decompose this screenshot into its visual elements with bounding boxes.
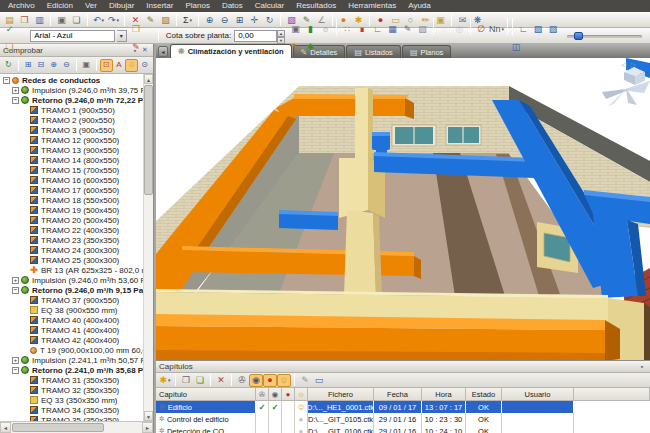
collapse-icon[interactable]: − xyxy=(12,367,19,374)
erase-icon[interactable]: ▨ xyxy=(158,13,173,27)
tab-planos[interactable]: ▤Planos xyxy=(402,45,452,58)
dropdown-arrow-icon[interactable]: ▾ xyxy=(168,377,171,383)
face-cell[interactable]: ● xyxy=(295,413,308,425)
estado-cell[interactable]: OK xyxy=(466,425,502,433)
tree-item[interactable]: TRAMO 42 (400x400) xyxy=(0,335,143,345)
tree-item[interactable]: ✚BR 13 (AR 625x325 - 802,0 m³/h xyxy=(0,265,143,275)
chapter-row[interactable]: ▦Edificio✓✓☺D:\..._HE1_0001.ctk09 / 01 /… xyxy=(156,401,650,413)
snap-grid-icon[interactable]: ∷ xyxy=(340,22,355,36)
tree-item[interactable]: TRAMO 25 (300x300) xyxy=(0,255,143,265)
search-icon[interactable]: ⊙ xyxy=(138,59,151,72)
usuario-cell[interactable] xyxy=(502,401,574,413)
dropdown-arrow-icon[interactable]: ▾ xyxy=(102,17,105,23)
ortho-icon[interactable]: ∟ xyxy=(370,22,385,36)
usuario-cell[interactable] xyxy=(502,425,574,433)
view-settings-icon[interactable]: ✱ xyxy=(303,40,318,54)
edit-icon[interactable]: ✎ xyxy=(143,13,158,27)
3d-scene[interactable] xyxy=(156,58,650,360)
view-3d-icon[interactable]: ▧ xyxy=(531,22,546,36)
errors-icon[interactable]: A xyxy=(113,59,126,72)
tree-item[interactable]: TRAMO 24 (300x300) xyxy=(0,245,143,255)
view-next-icon[interactable]: ▷ xyxy=(631,61,636,69)
menu-resultados[interactable]: Resultados xyxy=(290,0,342,12)
tree-item[interactable]: −Retorno (2.241,0 m³/h 35,68 Pa) xyxy=(0,365,143,375)
select-mode-icon[interactable]: ⊡ xyxy=(100,59,113,72)
tree-item[interactable]: TRAMO 37 (900x550) xyxy=(0,295,143,305)
reference-1-icon[interactable]: ◌ xyxy=(437,22,452,36)
menu-archivo[interactable]: Archivo xyxy=(2,0,41,12)
column-face-icon[interactable]: ☺ xyxy=(295,388,308,400)
new-chapter-icon[interactable]: ✱▾ xyxy=(158,374,172,387)
column-hora[interactable]: Hora xyxy=(422,388,466,400)
status-ball-cell[interactable] xyxy=(282,413,295,425)
row-filler[interactable] xyxy=(574,401,650,413)
expand-all-icon[interactable]: ⊕ xyxy=(47,59,60,72)
print-icon[interactable]: ▣ xyxy=(54,13,69,27)
tree-item[interactable]: +Impulsión (9.246,0 m³/h 39,75 Pa) xyxy=(0,85,143,95)
zoom-window-icon[interactable]: ⊞ xyxy=(232,13,247,27)
update-icon[interactable]: ↻ xyxy=(2,59,15,72)
chapter-name-cell[interactable]: ✲Detección de CO xyxy=(156,425,256,433)
edit-layer-icon[interactable]: ✓ xyxy=(2,22,17,36)
3d-viewport[interactable]: ◁ ▷ xyxy=(156,58,650,360)
column-fichero[interactable]: Fichero xyxy=(308,388,374,400)
tree-item[interactable]: T 19 (900,00x100,00 mm 60,00 xyxy=(0,345,143,355)
dropdown-arrow-icon[interactable]: ▾ xyxy=(190,17,193,23)
save-icon[interactable]: ▥ xyxy=(32,13,47,27)
dropdown-arrow-icon[interactable]: ▾ xyxy=(117,17,120,23)
print-preview-icon[interactable]: ❏ xyxy=(69,13,84,27)
status-ball-filter-icon[interactable]: ● xyxy=(263,374,277,387)
scrollbar-thumb[interactable] xyxy=(144,85,153,195)
fecha-cell[interactable]: 29 / 01 / 16 xyxy=(374,413,422,425)
cota-spin-up-icon[interactable]: ▲ xyxy=(277,30,285,37)
fichero-cell[interactable]: D:\..._GIT_0106.ctk xyxy=(308,425,374,433)
row-filler[interactable] xyxy=(574,413,650,425)
window-icon[interactable]: ▭ xyxy=(312,374,326,387)
capture-icon[interactable]: ▣ xyxy=(288,22,303,36)
tree-item[interactable]: +Impulsión (2.241,1 m³/h 50,57 Pa) xyxy=(0,355,143,365)
tree-item[interactable]: TRAMO 18 (550x500) xyxy=(0,195,143,205)
chapter-name-cell[interactable]: ✲Control del edificio xyxy=(156,413,256,425)
tree-item[interactable]: +Impulsión (9.246,0 m³/h 53,60 Pa) xyxy=(0,275,143,285)
visibility-filter-icon[interactable]: ◉ xyxy=(249,374,263,387)
usuario-cell[interactable] xyxy=(502,413,574,425)
tree-item[interactable]: TRAMO 3 (900x550) xyxy=(0,125,143,135)
redo-icon[interactable]: ↷▾ xyxy=(106,13,121,27)
section-view-icon[interactable]: ◫ xyxy=(509,40,524,54)
status-ball-cell[interactable] xyxy=(282,425,295,433)
tree-item[interactable]: TRAMO 22 (400x350) xyxy=(0,225,143,235)
tree-item[interactable]: TRAMO 2 (900x550) xyxy=(0,115,143,125)
tree-item[interactable]: TRAMO 12 (900x550) xyxy=(0,135,143,145)
visibility-cell[interactable] xyxy=(269,425,282,433)
hora-cell[interactable]: 13 : 07 : 17 xyxy=(422,401,466,413)
scrollbar-track[interactable] xyxy=(11,422,142,433)
scrollbar-thumb[interactable] xyxy=(12,423,104,432)
chapter-row[interactable]: ✲Detección de CO●D:\..._GIT_0106.ctk29 /… xyxy=(156,425,650,433)
chapter-row[interactable]: ✲Control del edificio●D:\..._GIT_0105.ct… xyxy=(156,413,650,425)
tree-horizontal-scrollbar[interactable]: ◄ ► xyxy=(0,421,153,433)
tree-item[interactable]: TRAMO 31 (350x350) xyxy=(0,375,143,385)
tree-item[interactable]: TRAMO 15 (700x550) xyxy=(0,165,143,175)
tree-item[interactable]: TRAMO 19 (500x450) xyxy=(0,205,143,215)
cota-spin-down-icon[interactable]: ▼ xyxy=(277,37,285,44)
tree-item[interactable]: TRAMO 20 (500x450) xyxy=(0,215,143,225)
transparency-slider[interactable] xyxy=(567,31,642,41)
corner-view-icon[interactable]: ∟ xyxy=(516,22,531,36)
tree-item[interactable]: TRAMO 17 (600x550) xyxy=(0,185,143,195)
tree-item[interactable]: TRAMO 14 (800x550) xyxy=(0,155,143,165)
tab-listados[interactable]: ▤Listados xyxy=(346,45,401,58)
tree-item[interactable]: TRAMO 32 (350x350) xyxy=(0,385,143,395)
collapse-icon[interactable]: − xyxy=(3,77,10,84)
report-icon[interactable]: ▣ xyxy=(80,59,93,72)
edit-plane-icon[interactable]: ✎ xyxy=(400,22,415,36)
row-filler[interactable] xyxy=(574,425,650,433)
paint-layer-icon[interactable]: ✎ xyxy=(129,40,144,54)
sum-results-icon[interactable]: Σ▾ xyxy=(180,13,195,27)
tree-item[interactable]: TRAMO 40 (400x400) xyxy=(0,315,143,325)
tree-item[interactable]: −Retorno (9.246,0 m³/h 9,15 Pa) xyxy=(0,285,143,295)
estado-cell[interactable]: OK xyxy=(466,413,502,425)
attach-filter-icon[interactable]: ✇ xyxy=(235,374,249,387)
menu-calcular[interactable]: Calcular xyxy=(249,0,290,12)
menu-ayuda[interactable]: Ayuda xyxy=(402,0,437,12)
tree-item[interactable]: TRAMO 34 (350x350) xyxy=(0,405,143,415)
